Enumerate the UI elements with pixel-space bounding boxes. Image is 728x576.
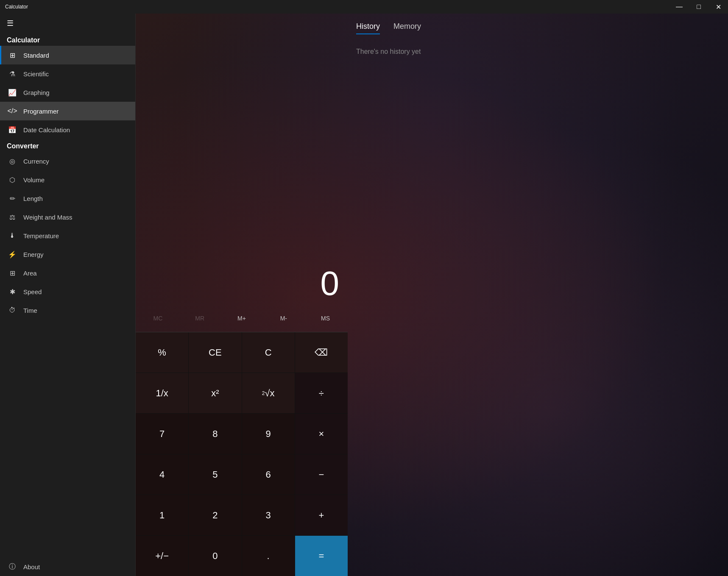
sidebar-item-scientific[interactable]: ⚗ Scientific bbox=[0, 64, 135, 83]
calc-display: 0 bbox=[136, 14, 348, 305]
sidebar-item-label-area: Area bbox=[23, 270, 37, 277]
memory-mplus-button[interactable]: M+ bbox=[221, 308, 262, 328]
sidebar-item-energy[interactable]: ⚡ Energy bbox=[0, 245, 135, 264]
sidebar-item-label-standard: Standard bbox=[23, 52, 49, 59]
hamburger-icon[interactable]: ☰ bbox=[7, 19, 14, 28]
key-2[interactable]: 2 bbox=[189, 495, 241, 535]
key-1[interactable]: 1 bbox=[136, 495, 188, 535]
sidebar-header: ☰ bbox=[0, 14, 135, 33]
length-icon: ✏ bbox=[8, 194, 17, 203]
tab-history[interactable]: History bbox=[356, 22, 380, 34]
sidebar-item-label-about: About bbox=[23, 563, 40, 570]
calc-result: 0 bbox=[321, 267, 340, 301]
temperature-icon: 🌡 bbox=[8, 231, 17, 240]
close-button[interactable]: ✕ bbox=[708, 0, 728, 14]
sidebar-item-currency[interactable]: ◎ Currency bbox=[0, 152, 135, 170]
sidebar-item-programmer[interactable]: </> Programmer bbox=[0, 102, 135, 120]
key-3[interactable]: 3 bbox=[242, 495, 295, 535]
sidebar-item-about[interactable]: ⓘ About bbox=[0, 557, 135, 576]
sidebar-item-label-length: Length bbox=[23, 195, 43, 202]
sidebar-item-weight[interactable]: ⚖ Weight and Mass bbox=[0, 208, 135, 226]
key-sqrt[interactable]: 2√x bbox=[242, 373, 295, 413]
sidebar: ☰ Calculator ⊞ Standard ⚗ Scientific 📈 G… bbox=[0, 14, 136, 576]
sidebar-item-temperature[interactable]: 🌡 Temperature bbox=[0, 226, 135, 245]
key-multiply[interactable]: × bbox=[295, 414, 348, 454]
app-body: ☰ Calculator ⊞ Standard ⚗ Scientific 📈 G… bbox=[0, 14, 728, 576]
keypad: % CE C ⌫ 1/x x² 2√x ÷ 7 8 9 × 4 5 6 − bbox=[136, 332, 348, 576]
titlebar: Calculator — □ ✕ bbox=[0, 0, 728, 14]
sidebar-item-standard[interactable]: ⊞ Standard bbox=[0, 46, 135, 64]
section-title-converter: Converter bbox=[0, 139, 135, 152]
key-square[interactable]: x² bbox=[189, 373, 241, 413]
key-subtract[interactable]: − bbox=[295, 454, 348, 495]
sidebar-item-area[interactable]: ⊞ Area bbox=[0, 264, 135, 282]
key-percent[interactable]: % bbox=[136, 332, 188, 373]
sidebar-item-date[interactable]: 📅 Date Calculation bbox=[0, 120, 135, 139]
key-7[interactable]: 7 bbox=[136, 414, 188, 454]
sidebar-item-label-energy: Energy bbox=[23, 251, 44, 258]
volume-icon: ⬡ bbox=[8, 175, 17, 184]
key-decimal[interactable]: . bbox=[242, 536, 295, 576]
sidebar-item-label-programmer: Programmer bbox=[23, 108, 59, 115]
sidebar-item-time[interactable]: ⏱ Time bbox=[0, 301, 135, 320]
sidebar-item-length[interactable]: ✏ Length bbox=[0, 189, 135, 208]
memory-mc-button[interactable]: MC bbox=[137, 308, 179, 328]
tab-memory[interactable]: Memory bbox=[393, 22, 421, 34]
sidebar-item-label-graphing: Graphing bbox=[23, 89, 50, 96]
key-6[interactable]: 6 bbox=[242, 454, 295, 495]
graphing-icon: 📈 bbox=[8, 88, 17, 97]
key-add[interactable]: + bbox=[295, 495, 348, 535]
key-reciprocal[interactable]: 1/x bbox=[136, 373, 188, 413]
key-backspace[interactable]: ⌫ bbox=[295, 332, 348, 373]
key-c[interactable]: C bbox=[242, 332, 295, 373]
area-icon: ⊞ bbox=[8, 269, 17, 277]
key-ce[interactable]: CE bbox=[189, 332, 241, 373]
memory-ms-button[interactable]: MS bbox=[305, 308, 346, 328]
sidebar-item-speed[interactable]: ✱ Speed bbox=[0, 282, 135, 301]
key-divide[interactable]: ÷ bbox=[295, 373, 348, 413]
sidebar-item-label-speed: Speed bbox=[23, 288, 42, 295]
history-tabs: History Memory bbox=[356, 22, 720, 34]
sidebar-item-label-weight: Weight and Mass bbox=[23, 214, 73, 221]
programmer-icon: </> bbox=[8, 107, 17, 115]
history-panel: History Memory There's no history yet bbox=[348, 14, 728, 576]
weight-icon: ⚖ bbox=[8, 213, 17, 221]
memory-mr-button[interactable]: MR bbox=[179, 308, 220, 328]
app-title: Calculator bbox=[5, 4, 28, 10]
memory-mminus-button[interactable]: M- bbox=[263, 308, 304, 328]
energy-icon: ⚡ bbox=[8, 250, 17, 259]
time-icon: ⏱ bbox=[8, 306, 17, 314]
maximize-button[interactable]: □ bbox=[689, 0, 708, 14]
standard-icon: ⊞ bbox=[8, 51, 17, 59]
history-empty-message: There's no history yet bbox=[356, 48, 720, 56]
memory-row: MC MR M+ M- MS bbox=[136, 305, 348, 332]
speed-icon: ✱ bbox=[8, 287, 17, 296]
sidebar-item-label-volume: Volume bbox=[23, 176, 45, 184]
sidebar-item-volume[interactable]: ⬡ Volume bbox=[0, 170, 135, 189]
key-8[interactable]: 8 bbox=[189, 414, 241, 454]
sidebar-item-graphing[interactable]: 📈 Graphing bbox=[0, 83, 135, 102]
key-4[interactable]: 4 bbox=[136, 454, 188, 495]
sidebar-item-label-time: Time bbox=[23, 307, 37, 314]
sidebar-item-label-temperature: Temperature bbox=[23, 232, 59, 239]
about-icon: ⓘ bbox=[8, 562, 17, 571]
key-0[interactable]: 0 bbox=[189, 536, 241, 576]
date-icon: 📅 bbox=[8, 125, 17, 134]
key-5[interactable]: 5 bbox=[189, 454, 241, 495]
section-title-calculator: Calculator bbox=[0, 33, 135, 46]
window-controls: — □ ✕ bbox=[669, 0, 728, 14]
sidebar-item-label-date: Date Calculation bbox=[23, 126, 70, 134]
key-9[interactable]: 9 bbox=[242, 414, 295, 454]
calculator-section: 0 MC MR M+ M- MS % CE C ⌫ 1/x x² 2√x bbox=[136, 14, 348, 576]
key-equals[interactable]: = bbox=[295, 536, 348, 576]
sidebar-item-label-scientific: Scientific bbox=[23, 70, 49, 78]
main-area: 0 MC MR M+ M- MS % CE C ⌫ 1/x x² 2√x bbox=[136, 14, 728, 576]
currency-icon: ◎ bbox=[8, 157, 17, 165]
sidebar-item-label-currency: Currency bbox=[23, 158, 49, 165]
minimize-button[interactable]: — bbox=[669, 0, 689, 14]
scientific-icon: ⚗ bbox=[8, 70, 17, 78]
key-negate[interactable]: +/− bbox=[136, 536, 188, 576]
